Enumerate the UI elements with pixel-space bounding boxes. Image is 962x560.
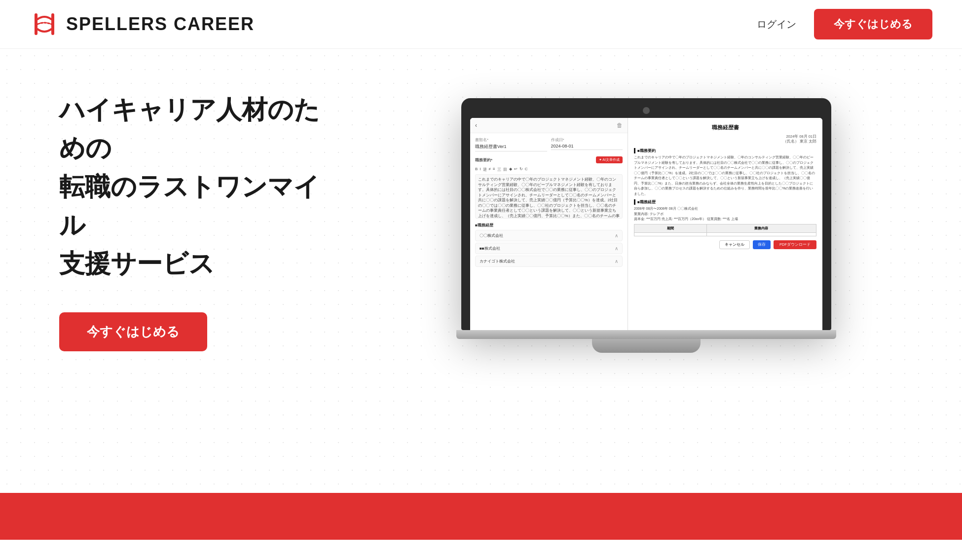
app-editor-panel: ‹ 🗑 書類名* 職務経歴書Ver1 bbox=[470, 118, 628, 330]
preview-summary-text: これまでのキャリアの中で〇年のプロジェクトマネジメント経験、〇年のコンサルティン… bbox=[634, 155, 816, 196]
app-form: 書類名* 職務経歴書Ver1 作成日* 2024-08-01 bbox=[470, 133, 628, 330]
logo-text: SPELLERS CAREER bbox=[66, 14, 255, 35]
app-toolbar: B I 逆 ≠ ≡ 三 目 ◆ ↩ ↻ bbox=[475, 167, 623, 172]
logo-icon bbox=[30, 9, 59, 39]
laptop-wrapper: ‹ 🗑 書類名* 職務経歴書Ver1 bbox=[461, 98, 831, 353]
app-work-history-label: ■職務経歴 bbox=[475, 223, 623, 228]
app-doc-title-label: 書類名* bbox=[475, 137, 547, 143]
chevron-icon-3: ∧ bbox=[615, 259, 618, 264]
app-field-date: 作成日* 2024-08-01 bbox=[551, 137, 623, 151]
laptop-stand bbox=[592, 339, 701, 353]
laptop-screen: ‹ 🗑 書類名* 職務経歴書Ver1 bbox=[470, 118, 822, 330]
hero-content: ハイキャリア人材のための 転職のラストワンマイル 支援サービス 今すぐはじめる … bbox=[0, 49, 962, 382]
preview-save-button[interactable]: 保存 bbox=[753, 240, 771, 249]
app-summary-label: 職務要約* bbox=[475, 157, 492, 163]
preview-summary-section: ■職務要約 これまでのキャリアの中で〇年のプロジェクトマネジメント経験、〇年のコ… bbox=[634, 148, 816, 196]
app-preview-panel: 職務経歴書 2024年 08月 01日 （氏名） 東京 太郎 ■職務要約 これま… bbox=[628, 118, 822, 330]
preview-work-table: 期間 業務内容 bbox=[634, 224, 816, 236]
header-cta-button[interactable]: 今すぐはじめる bbox=[814, 9, 932, 39]
preview-date: 2024年 08月 01日 （氏名） 東京 太郎 bbox=[634, 134, 816, 144]
app-ai-badge[interactable]: ✦ AI文章作成 bbox=[596, 156, 623, 163]
preview-work-section: ■職務経歴 2008年 08月〜2008年 08月 〇〇株式会社 業業内容: テ… bbox=[634, 199, 816, 236]
company-row-1[interactable]: 〇〇株式会社 ∧ bbox=[475, 230, 623, 241]
laptop-base bbox=[456, 330, 836, 339]
company-row-2[interactable]: ■■株式会社 ∧ bbox=[475, 243, 623, 254]
laptop-area: ‹ 🗑 書類名* 職務経歴書Ver1 bbox=[370, 88, 923, 353]
preview-table-col2: 業務内容 bbox=[706, 224, 816, 232]
footer-red-bar bbox=[0, 493, 962, 540]
header: SPELLERS CAREER ログイン 今すぐはじめる bbox=[0, 0, 962, 49]
app-created-label: 作成日* bbox=[551, 137, 623, 143]
hero-section: ハイキャリア人材のための 転職のラストワンマイル 支援サービス 今すぐはじめる … bbox=[0, 49, 962, 493]
app-doc-title-value[interactable]: 職務経歴書Ver1 bbox=[475, 144, 547, 151]
preview-actions: キャンセル 保存 PDFダウンロード bbox=[634, 240, 816, 249]
app-back-button[interactable]: ‹ bbox=[475, 122, 477, 129]
laptop-notch bbox=[643, 107, 650, 114]
preview-title: 職務経歴書 bbox=[634, 124, 816, 131]
app-ai-bar: 職務要約* ✦ AI文章作成 bbox=[475, 154, 623, 165]
logo-area: SPELLERS CAREER bbox=[30, 9, 255, 39]
app-summary-textarea[interactable]: これまでのキャリアの中で〇年のプロジェクトマネジメント経験、〇年のコンサルティン… bbox=[475, 174, 623, 219]
header-nav: ログイン 今すぐはじめる bbox=[757, 9, 932, 39]
company-row-3[interactable]: カナイゴト株式会社 ∧ bbox=[475, 256, 623, 267]
app-companies-section: ■職務経歴 〇〇株式会社 ∧ ■■株式会社 ∧ bbox=[475, 223, 623, 267]
preview-table-col1: 期間 bbox=[634, 224, 707, 232]
laptop-frame: ‹ 🗑 書類名* 職務経歴書Ver1 bbox=[461, 98, 831, 330]
preview-cancel-button[interactable]: キャンセル bbox=[719, 240, 750, 249]
app-field-doc-title: 書類名* 職務経歴書Ver1 bbox=[475, 137, 547, 151]
hero-text-area: ハイキャリア人材のための 転職のラストワンマイル 支援サービス 今すぐはじめる bbox=[59, 90, 331, 351]
preview-work-heading: ■職務経歴 bbox=[634, 199, 816, 205]
hero-cta-button[interactable]: 今すぐはじめる bbox=[59, 312, 207, 351]
hero-headline: ハイキャリア人材のための 転職のラストワンマイル 支援サービス bbox=[59, 90, 331, 283]
login-link[interactable]: ログイン bbox=[757, 18, 796, 31]
chevron-icon-2: ∧ bbox=[615, 246, 618, 251]
preview-company-text: 2008年 08月〜2008年 08月 〇〇株式会社 業業内容: テレアポ 資本… bbox=[634, 206, 816, 222]
app-created-value[interactable]: 2024-08-01 bbox=[551, 144, 623, 150]
preview-summary-heading: ■職務要約 bbox=[634, 148, 816, 153]
app-editor-header: ‹ 🗑 bbox=[470, 118, 628, 133]
preview-pdf-button[interactable]: PDFダウンロード bbox=[774, 240, 816, 249]
chevron-icon-1: ∧ bbox=[615, 233, 618, 238]
app-field-row-title: 書類名* 職務経歴書Ver1 作成日* 2024-08-01 bbox=[475, 137, 623, 151]
app-delete-button[interactable]: 🗑 bbox=[617, 122, 623, 129]
